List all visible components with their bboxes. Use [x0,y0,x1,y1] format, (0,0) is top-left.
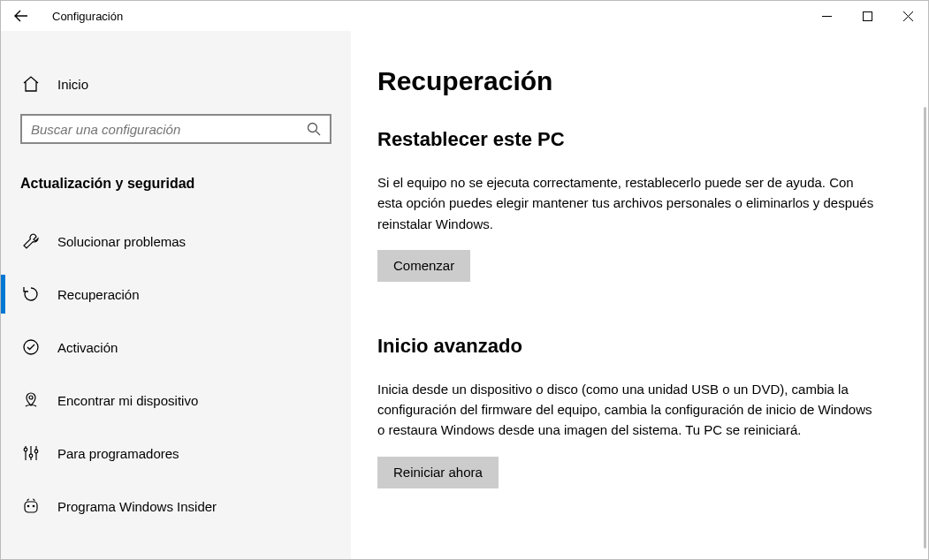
insider-icon [22,497,40,515]
svg-point-3 [29,396,33,399]
sidebar-item-developers[interactable]: Para programadores [1,427,351,480]
close-button[interactable] [887,1,928,31]
page-title: Recuperación [377,66,902,96]
sidebar-section-title: Actualización y seguridad [1,153,351,215]
sliders-icon [22,444,40,462]
arrow-left-icon [14,9,28,23]
svg-point-6 [34,450,38,453]
maximize-button[interactable] [847,1,887,31]
search-box[interactable] [20,114,331,144]
content-area: Recuperación Restablecer este PC Si el e… [351,31,928,559]
refresh-icon [22,285,40,303]
sidebar-item-recovery[interactable]: Recuperación [1,268,351,321]
section-advanced-startup: Inicio avanzado Inicia desde un disposit… [377,335,902,488]
search-icon [307,122,321,136]
titlebar: Configuración [1,1,928,31]
section-heading: Restablecer este PC [377,128,902,151]
close-icon [903,11,913,21]
sidebar-item-insider[interactable]: Programa Windows Insider [1,480,351,533]
sidebar-item-activation[interactable]: Activación [1,321,351,374]
section-reset-pc: Restablecer este PC Si el equipo no se e… [377,128,902,282]
svg-point-9 [33,505,35,508]
svg-rect-0 [863,11,872,20]
sidebar: Inicio Actualización y seguridad Solucio… [1,31,351,559]
svg-point-8 [27,505,30,508]
window-controls [806,1,928,31]
nav-home-label: Inicio [57,77,88,92]
section-body: Inicia desde un dispositivo o disco (com… [377,379,881,441]
scrollbar[interactable] [924,107,926,549]
restart-now-button[interactable]: Reiniciar ahora [377,457,499,488]
minimize-icon [822,11,832,21]
check-circle-icon [22,338,40,356]
maximize-icon [863,11,872,21]
back-button[interactable] [1,1,42,31]
sidebar-item-label: Recuperación [57,287,140,302]
sidebar-item-label: Para programadores [57,446,179,461]
sidebar-item-troubleshoot[interactable]: Solucionar problemas [1,215,351,268]
svg-point-5 [29,454,33,458]
window-title: Configuración [42,10,123,23]
home-icon [22,75,40,93]
svg-point-4 [24,448,27,451]
sidebar-item-label: Activación [57,340,118,355]
sidebar-item-label: Programa Windows Insider [57,499,217,514]
svg-point-1 [308,124,317,132]
search-input[interactable] [31,122,307,137]
sidebar-item-label: Solucionar problemas [57,234,186,249]
section-heading: Inicio avanzado [377,335,902,358]
nav-home[interactable]: Inicio [1,66,351,102]
minimize-button[interactable] [806,1,847,31]
location-pin-icon [22,391,40,409]
section-body: Si el equipo no se ejecuta correctamente… [377,172,881,234]
sidebar-item-find-device[interactable]: Encontrar mi dispositivo [1,374,351,427]
svg-point-2 [24,340,38,354]
wrench-icon [22,232,40,250]
svg-rect-7 [25,502,37,512]
get-started-button[interactable]: Comenzar [377,250,470,282]
sidebar-item-label: Encontrar mi dispositivo [57,393,198,408]
